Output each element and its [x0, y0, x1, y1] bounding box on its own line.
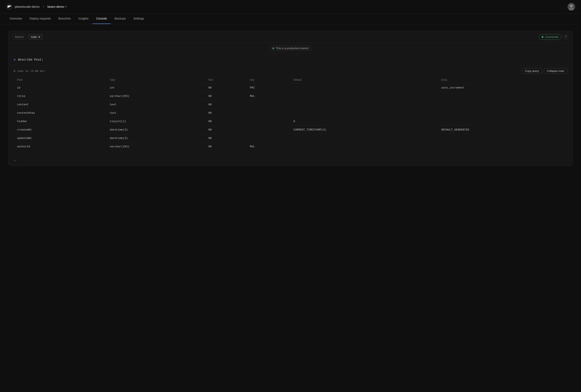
- cell-type: text: [106, 109, 205, 117]
- repo-name[interactable]: beam-demo ▾: [47, 5, 67, 8]
- cell-extra: [438, 142, 567, 151]
- col-header-key: Key: [246, 76, 290, 84]
- cell-null: NO: [205, 100, 246, 109]
- table-row: idintNOPRIauto_increment: [14, 84, 567, 92]
- topbar: planetscale-demo / beam-demo ▾: [0, 0, 581, 13]
- col-header-default: Default: [290, 76, 438, 84]
- cell-extra: [438, 134, 567, 142]
- copy-query-button[interactable]: Copy query: [522, 68, 542, 74]
- help-icon[interactable]: ?: [564, 35, 568, 39]
- cell-type: varchar(191): [106, 142, 205, 151]
- cell-key: [246, 126, 290, 134]
- production-badge: This is a production branch: [269, 45, 312, 51]
- query-text[interactable]: describe Post;: [18, 58, 44, 61]
- path-separator: /: [43, 4, 44, 9]
- tab-settings[interactable]: Settings: [130, 13, 148, 24]
- cell-field: hidden: [14, 117, 106, 126]
- connected-badge: Connected: [538, 34, 562, 40]
- results-toolbar: 8 rows in (5.84 ms) Copy query Collapse …: [14, 65, 567, 76]
- cell-extra: [438, 117, 567, 126]
- collapse-rows-button[interactable]: Collapse rows: [544, 68, 567, 74]
- cell-key: [246, 100, 290, 109]
- cell-default: 0: [290, 117, 438, 126]
- cell-field: id: [14, 84, 106, 92]
- results-area: 8 rows in (5.84 ms) Copy query Collapse …: [8, 65, 572, 155]
- cell-field: contentHtml: [14, 109, 106, 117]
- cell-default: [290, 109, 438, 117]
- rows-info: 8 rows in (5.84 ms): [14, 69, 45, 72]
- tab-insights[interactable]: Insights: [75, 13, 92, 24]
- tab-overview[interactable]: Overview: [6, 13, 26, 24]
- table-header-row: Field Type Null Key Default Extra: [14, 76, 567, 84]
- cell-type: datetime(3): [106, 134, 205, 142]
- branch-chevron-icon: ▾: [38, 35, 40, 38]
- tab-branches[interactable]: Branches: [55, 13, 75, 24]
- avatar-image: [568, 3, 575, 10]
- cell-type: varchar(255): [106, 92, 205, 100]
- cell-default: [290, 84, 438, 92]
- cell-null: NO: [205, 126, 246, 134]
- cell-default: CURRENT_TIMESTAMP(3): [290, 126, 438, 134]
- col-header-type: Type: [106, 76, 205, 84]
- cell-key: MUL: [246, 142, 290, 151]
- console-card: Branch main ▾ Connected ? This is: [8, 31, 572, 166]
- cell-default: [290, 142, 438, 151]
- cell-null: NO: [205, 117, 246, 126]
- tab-backups[interactable]: Backups: [111, 13, 130, 24]
- table-row: hiddentinyint(1)NO0: [14, 117, 567, 126]
- cell-key: [246, 109, 290, 117]
- branch-label: Branch: [13, 34, 26, 39]
- cell-default: [290, 134, 438, 142]
- cell-field: content: [14, 100, 106, 109]
- repo-chevron-icon: ▾: [66, 5, 67, 8]
- avatar[interactable]: [568, 3, 575, 10]
- cell-type: datetime(3): [106, 126, 205, 134]
- cell-key: PRI: [246, 84, 290, 92]
- cell-default: [290, 92, 438, 100]
- cell-field: createdAt: [14, 126, 106, 134]
- cell-field: updatedAt: [14, 134, 106, 142]
- cell-null: NO: [205, 142, 246, 151]
- prompt-icon: >: [14, 58, 16, 61]
- cell-field: title: [14, 92, 106, 100]
- toolbar-buttons: Copy query Collapse rows: [522, 68, 567, 74]
- production-dot-icon: [272, 47, 274, 49]
- bottom-prompt[interactable]: ›: [8, 155, 572, 166]
- connected-dot-icon: [542, 36, 543, 38]
- cell-extra: [438, 92, 567, 100]
- col-header-extra: Extra: [438, 76, 567, 84]
- tab-console[interactable]: Console: [92, 13, 111, 24]
- query-area: > describe Post;: [8, 54, 572, 65]
- cell-extra: auto_increment: [438, 84, 567, 92]
- table-row: contentHtmltextNO: [14, 109, 567, 117]
- table-header: Field Type Null Key Default Extra: [14, 76, 567, 84]
- cell-type: tinyint(1): [106, 117, 205, 126]
- col-header-null: Null: [205, 76, 246, 84]
- tab-deploy-requests[interactable]: Deploy requests: [26, 13, 54, 24]
- cell-null: NO: [205, 134, 246, 142]
- cell-default: [290, 100, 438, 109]
- brand: planetscale-demo / beam-demo ▾: [6, 3, 67, 10]
- branch-selector: Branch main ▾: [13, 34, 43, 40]
- col-header-field: Field: [14, 76, 106, 84]
- table-row: contenttextNO: [14, 100, 567, 109]
- cell-extra: [438, 100, 567, 109]
- cursor-prompt-icon: ›: [14, 158, 16, 162]
- main-content: Branch main ▾ Connected ? This is: [0, 24, 581, 173]
- branch-dropdown[interactable]: main ▾: [28, 34, 43, 40]
- table-row: updatedAtdatetime(3)NO: [14, 134, 567, 142]
- org-name[interactable]: planetscale-demo: [15, 5, 40, 8]
- cell-extra: [438, 109, 567, 117]
- cell-type: text: [106, 100, 205, 109]
- table-row: titlevarchar(255)NOMUL: [14, 92, 567, 100]
- cell-field: authorId: [14, 142, 106, 151]
- cell-key: [246, 134, 290, 142]
- table-body: idintNOPRIauto_incrementtitlevarchar(255…: [14, 84, 567, 151]
- table-row: authorIdvarchar(191)NOMUL: [14, 142, 567, 151]
- tab-nav: Overview Deploy requests Branches Insigh…: [0, 13, 581, 24]
- cell-extra: DEFAULT_GENERATED: [438, 126, 567, 134]
- header-right: Connected ?: [538, 34, 568, 40]
- production-banner: This is a production branch: [8, 43, 572, 54]
- cell-null: NO: [205, 109, 246, 117]
- svg-point-2: [570, 4, 573, 7]
